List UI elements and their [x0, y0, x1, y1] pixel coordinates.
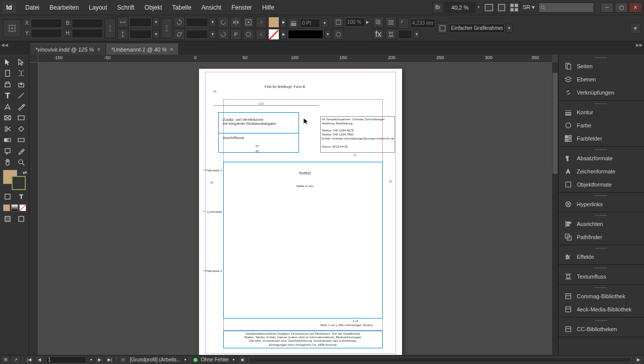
- page-number-input[interactable]: [46, 356, 86, 363]
- menu-datei[interactable]: Datei: [20, 2, 44, 13]
- rotate-input[interactable]: [186, 18, 208, 27]
- tab-unbenannt[interactable]: *Unbenannt-1 @ 40 %×: [106, 43, 179, 55]
- scroll-left-button[interactable]: ◀: [238, 356, 245, 363]
- maximize-button[interactable]: ▢: [615, 3, 628, 13]
- bridge-button[interactable]: Br: [432, 2, 443, 13]
- page-export-icon[interactable]: ↗: [12, 356, 19, 363]
- screen-mode-button[interactable]: [496, 2, 507, 13]
- pen-tool[interactable]: [1, 101, 15, 112]
- panel-textumfluss[interactable]: Textumfluss: [559, 270, 644, 283]
- panel-seiten[interactable]: Seiten: [559, 60, 644, 73]
- scroll-right-button[interactable]: ▶: [635, 356, 642, 363]
- stroke-weight-input[interactable]: [300, 19, 320, 28]
- gradient-swatch-tool[interactable]: [1, 134, 15, 146]
- direct-selection-tool[interactable]: [15, 57, 28, 68]
- preflight-icon[interactable]: ⊙: [120, 356, 127, 363]
- panel-ebenen[interactable]: Ebenen: [559, 73, 644, 86]
- ruler-horizontal[interactable]: -150 -50 0 50 100 150 200 250 300 350: [38, 55, 552, 63]
- scale-y-input[interactable]: [129, 30, 152, 39]
- h-input[interactable]: [72, 29, 103, 38]
- panel-zeichenformate[interactable]: AZeichenformate: [559, 165, 644, 178]
- pencil-tool[interactable]: [15, 101, 28, 112]
- menu-layout[interactable]: Layout: [84, 2, 112, 13]
- search-input[interactable]: [538, 3, 594, 13]
- panel-farbe[interactable]: Farbe: [559, 119, 644, 132]
- panel-cc-bibliotheken[interactable]: CC-Bibliotheken: [559, 323, 644, 336]
- type-tool[interactable]: T: [1, 90, 15, 101]
- swap-colors-icon[interactable]: ⇄: [23, 170, 27, 175]
- panel-verknuepfungen[interactable]: Verknüpfungen: [559, 86, 644, 99]
- menu-objekt[interactable]: Objekt: [139, 2, 167, 13]
- minimize-button[interactable]: ─: [601, 3, 614, 13]
- x-input[interactable]: [31, 19, 62, 28]
- workspace-switcher[interactable]: SR ▾: [523, 4, 535, 11]
- scrollbar-horizontal[interactable]: [249, 357, 632, 362]
- panel-commag-bibliothek[interactable]: Commag-Bibliothek: [559, 290, 644, 303]
- select-prev-button[interactable]: [256, 17, 267, 28]
- page-prev-button[interactable]: ◀: [36, 356, 43, 363]
- menu-fenster[interactable]: Fenster: [226, 2, 257, 13]
- tabs-scroll-right[interactable]: ▶▶: [636, 42, 643, 48]
- frame-fitting-select[interactable]: [449, 24, 505, 33]
- arrange-button[interactable]: [509, 2, 520, 13]
- note-tool[interactable]: [1, 146, 15, 157]
- select-content-button[interactable]: [243, 29, 254, 40]
- page-last-button[interactable]: ▶|: [106, 356, 113, 363]
- scale-x-input[interactable]: [129, 18, 152, 27]
- scissors-tool[interactable]: [1, 123, 15, 134]
- tab-vinovivir[interactable]: *vinovivir.indd @ 125 %×: [30, 43, 106, 55]
- page-first-button[interactable]: |◀: [26, 356, 33, 363]
- lightning-icon[interactable]: [630, 23, 641, 34]
- tabs-scroll-left[interactable]: ◀◀: [1, 42, 8, 48]
- zoom-level[interactable]: 40,2 %: [445, 2, 475, 13]
- menu-schrift[interactable]: Schrift: [112, 2, 139, 13]
- ruler-vertical[interactable]: [29, 63, 38, 355]
- content-placer-tool[interactable]: [15, 79, 28, 90]
- apply-container-button[interactable]: [1, 191, 15, 202]
- rectangle-frame-tool[interactable]: [1, 112, 15, 123]
- menu-tabelle[interactable]: Tabelle: [167, 2, 196, 13]
- panel-ausrichten[interactable]: Ausrichten: [559, 217, 644, 231]
- close-button[interactable]: ✕: [629, 3, 642, 13]
- apply-color-button[interactable]: [3, 204, 10, 211]
- stroke-style-select[interactable]: [288, 30, 323, 39]
- fx-button[interactable]: fx: [373, 29, 384, 40]
- text-wrap-none-button[interactable]: [385, 17, 397, 28]
- text-wrap-bbox-button[interactable]: [385, 29, 397, 40]
- gradient-feather-tool[interactable]: [15, 134, 28, 146]
- menu-ansicht[interactable]: Ansicht: [196, 2, 226, 13]
- tab-close-icon[interactable]: ×: [170, 46, 173, 53]
- apply-text-button[interactable]: T: [15, 191, 28, 202]
- corner-radius-input[interactable]: [410, 19, 435, 28]
- panel-kontur[interactable]: Kontur: [559, 106, 644, 119]
- rectangle-tool[interactable]: [15, 112, 28, 123]
- panel-absatzformate[interactable]: ¶Absatzformate: [559, 152, 644, 165]
- normal-view-button[interactable]: [1, 213, 15, 224]
- drop-shadow-button[interactable]: [373, 17, 384, 28]
- flip-h-button[interactable]: [230, 17, 241, 28]
- panel-4eck-bibliothek[interactable]: 4eck-Media-Bibliothek: [559, 303, 644, 316]
- panel-hyperlinks[interactable]: Hyperlinks: [559, 198, 644, 211]
- select-next-button[interactable]: [256, 29, 267, 40]
- selection-tool[interactable]: [1, 57, 15, 68]
- page-zoom-icon[interactable]: ⊞: [2, 356, 9, 363]
- gap-tool[interactable]: [15, 68, 28, 79]
- eyedropper-tool[interactable]: [15, 146, 28, 157]
- scrollbar-vertical[interactable]: [552, 63, 558, 355]
- menu-bearbeiten[interactable]: Bearbeiten: [44, 2, 84, 13]
- apply-none-button[interactable]: [19, 204, 26, 211]
- view-options-button[interactable]: [483, 2, 494, 13]
- menu-hilfe[interactable]: Hilfe: [257, 2, 279, 13]
- preview-view-button[interactable]: [15, 213, 28, 224]
- opacity-input[interactable]: [345, 18, 365, 27]
- document-page[interactable]: Feld für Briefkopf, Form B 45 115 Zusatz…: [199, 69, 402, 355]
- reference-point-proxy[interactable]: [3, 19, 21, 37]
- rotate-cw-button[interactable]: [218, 29, 229, 40]
- ruler-origin[interactable]: [29, 55, 38, 63]
- hand-tool[interactable]: [1, 157, 15, 168]
- w-input[interactable]: [72, 19, 103, 28]
- select-container-button[interactable]: [243, 17, 254, 28]
- fill-none-swatch[interactable]: [268, 29, 279, 40]
- panel-effekte[interactable]: fxEffekte: [559, 250, 644, 263]
- page-next-button[interactable]: ▶: [96, 356, 103, 363]
